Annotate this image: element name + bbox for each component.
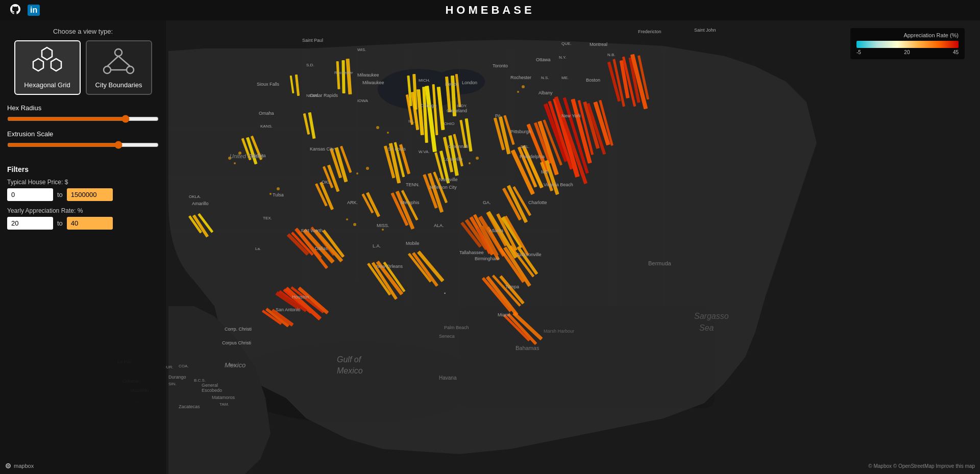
svg-point-151 xyxy=(270,193,272,195)
svg-text:Jacksonville: Jacksonville xyxy=(517,252,542,257)
house-price-row: to xyxy=(7,188,159,201)
svg-text:ILL.: ILL. xyxy=(408,119,415,123)
svg-marker-269 xyxy=(33,59,43,71)
svg-text:Matamoros: Matamoros xyxy=(212,395,235,400)
svg-text:Wichita: Wichita xyxy=(251,153,266,158)
extrusion-scale-slider[interactable] xyxy=(7,141,159,149)
svg-text:Mobile: Mobile xyxy=(406,241,420,246)
github-icon[interactable] xyxy=(10,4,20,17)
appreciation-rate-label: Yearly Appreciation Rate: % xyxy=(7,207,159,214)
svg-text:Tampa: Tampa xyxy=(505,284,519,289)
svg-text:IOWA: IOWA xyxy=(357,98,369,103)
svg-line-274 xyxy=(107,56,118,66)
svg-text:N.L.: N.L. xyxy=(230,363,237,367)
svg-text:Montreal: Montreal xyxy=(590,42,607,47)
svg-text:Houston: Houston xyxy=(292,294,309,300)
appreciation-rate-to-label: to xyxy=(57,219,63,227)
svg-text:OKLA.: OKLA. xyxy=(189,194,201,199)
svg-text:S.D.: S.D. xyxy=(306,63,314,67)
svg-text:Miami: Miami xyxy=(498,312,510,317)
svg-text:Milwaukee: Milwaukee xyxy=(357,72,379,78)
svg-text:Bermuda: Bermuda xyxy=(648,260,672,266)
svg-text:Seneca: Seneca xyxy=(439,334,455,339)
hex-radius-label: Hex Radius xyxy=(7,104,159,112)
svg-text:Bahamas: Bahamas xyxy=(516,345,540,351)
svg-text:Tallahassee: Tallahassee xyxy=(459,250,484,255)
svg-text:Sargasso: Sargasso xyxy=(694,312,729,320)
svg-text:Cincinnati: Cincinnati xyxy=(448,144,469,149)
svg-point-273 xyxy=(127,66,134,73)
svg-text:Detroit: Detroit xyxy=(445,82,459,87)
svg-point-157 xyxy=(469,162,471,164)
svg-text:London: London xyxy=(462,80,477,85)
svg-text:•: • xyxy=(444,291,446,296)
svg-text:GA.: GA. xyxy=(483,200,491,205)
svg-text:Pittsburgh: Pittsburgh xyxy=(510,129,531,134)
svg-marker-268 xyxy=(42,47,52,60)
svg-point-271 xyxy=(115,49,122,56)
svg-text:La.: La. xyxy=(255,246,261,251)
svg-text:Sea: Sea xyxy=(699,323,714,332)
svg-text:Saint Paul: Saint Paul xyxy=(302,38,323,43)
svg-point-152 xyxy=(277,187,280,190)
svg-text:COA.: COA. xyxy=(179,364,189,368)
svg-text:San Antonio: San Antonio xyxy=(276,307,301,312)
svg-text:General: General xyxy=(202,383,218,388)
svg-text:ALA.: ALA. xyxy=(434,223,444,228)
legend-min-label: -5 xyxy=(856,49,861,55)
legend-title: Appreciation Rate (%) xyxy=(856,32,959,38)
svg-text:St. Louis: St. Louis xyxy=(388,146,406,152)
svg-text:Palm Beach: Palm Beach xyxy=(444,325,469,330)
svg-text:Toronto: Toronto xyxy=(493,63,508,68)
extrusion-scale-section: Extrusion Scale xyxy=(7,130,159,151)
svg-text:Saint John: Saint John xyxy=(694,28,716,33)
svg-text:ME.: ME. xyxy=(561,76,569,80)
svg-text:Havana: Havana xyxy=(439,375,457,381)
mapbox-credit: mapbox xyxy=(5,463,34,469)
svg-text:WIS.: WIS. xyxy=(357,47,366,52)
legend-max-label: 45 xyxy=(953,49,959,55)
svg-text:L.A.: L.A. xyxy=(373,243,381,248)
svg-text:TAM.: TAM. xyxy=(219,402,229,407)
appreciation-rate-row: to xyxy=(7,217,159,230)
svg-text:Zacatecas: Zacatecas xyxy=(179,404,200,409)
svg-text:New Orleans: New Orleans xyxy=(376,264,403,269)
house-price-label: Typical House Price: $ xyxy=(7,179,159,186)
svg-point-155 xyxy=(387,132,389,134)
svg-point-160 xyxy=(522,85,525,88)
svg-text:Corpus Christi: Corpus Christi xyxy=(222,340,251,345)
choose-view-label: Choose a view type: xyxy=(7,28,159,35)
svg-text:Albany: Albany xyxy=(538,90,553,95)
house-price-max-input[interactable] xyxy=(67,188,113,201)
svg-text:Omaha: Omaha xyxy=(259,111,274,116)
svg-text:QUE.: QUE. xyxy=(561,41,572,46)
hexagonal-grid-label: Hexagonal Grid xyxy=(24,81,70,89)
view-type-city[interactable]: City Boundaries xyxy=(86,40,152,95)
appreciation-rate-max-input[interactable] xyxy=(67,217,113,230)
header: in HOMEBASE xyxy=(0,0,980,20)
svg-text:Corrp. Christi: Corrp. Christi xyxy=(225,327,252,332)
svg-text:N.Y.: N.Y. xyxy=(559,55,567,60)
svg-text:Mexico: Mexico xyxy=(337,366,363,375)
svg-text:Durango: Durango xyxy=(168,375,186,380)
svg-text:New York: New York xyxy=(561,113,581,118)
svg-text:MISS.: MISS. xyxy=(377,223,389,228)
svg-text:TEX.: TEX. xyxy=(263,216,272,220)
svg-text:Boston: Boston xyxy=(586,78,600,83)
svg-text:Nashville: Nashville xyxy=(439,177,458,182)
house-price-min-input[interactable] xyxy=(7,188,53,201)
svg-text:TENN.: TENN. xyxy=(406,182,420,187)
appreciation-rate-min-input[interactable] xyxy=(7,217,53,230)
extrusion-scale-label: Extrusion Scale xyxy=(7,130,159,138)
house-price-to-label: to xyxy=(57,191,63,198)
svg-text:Fort Worth: Fort Worth xyxy=(301,228,323,233)
svg-rect-108 xyxy=(341,60,345,93)
svg-point-149 xyxy=(234,162,236,164)
svg-text:Amarillo: Amarillo xyxy=(192,201,209,206)
linkedin-icon[interactable]: in xyxy=(28,5,40,16)
svg-text:OKL.: OKL. xyxy=(322,180,332,185)
view-type-hexagonal[interactable]: Hexagonal Grid xyxy=(14,40,81,95)
svg-text:Memphis: Memphis xyxy=(401,200,420,205)
hex-radius-slider[interactable] xyxy=(7,115,159,123)
svg-marker-270 xyxy=(51,59,61,71)
